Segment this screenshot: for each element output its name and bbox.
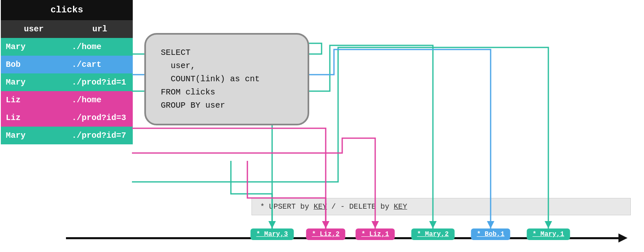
- cell-user: Bob: [1, 56, 67, 73]
- sql-box: SELECT user, COUNT(link) as cnt FROM cli…: [144, 33, 309, 125]
- down-arrow-icon: [371, 221, 379, 228]
- cell-url: ./home: [67, 91, 133, 109]
- header-user: user: [1, 20, 67, 38]
- cell-user: Mary: [1, 38, 67, 56]
- table-body: Mary./homeBob./cartMary./prod?id=1Liz./h…: [1, 38, 133, 144]
- cell-user: Liz: [1, 109, 67, 127]
- clicks-table: clicks user url Mary./homeBob./cartMary.…: [1, 0, 133, 144]
- timeline-token: * Liz,1: [355, 228, 395, 240]
- cell-url: ./cart: [67, 56, 133, 73]
- cell-user: Mary: [1, 127, 67, 144]
- table-row: Mary./prod?id=7: [1, 127, 133, 144]
- table-header-row: user url: [1, 20, 133, 38]
- cell-url: ./prod?id=7: [67, 127, 133, 144]
- timeline-token: * Mary,1: [527, 228, 570, 240]
- down-arrow-icon: [429, 221, 437, 228]
- table-row: Bob./cart: [1, 56, 133, 73]
- cell-user: Liz: [1, 91, 67, 109]
- upsert-text: * UPSERT by KEY / - DELETE by KEY: [260, 203, 407, 211]
- timeline-token: * Mary,3: [251, 228, 294, 240]
- timeline-arrow: [618, 233, 628, 243]
- down-arrow-icon: [268, 221, 276, 228]
- table-title: clicks: [1, 0, 133, 20]
- upsert-bar: * UPSERT by KEY / - DELETE by KEY: [251, 198, 631, 215]
- timeline-token: * Liz,2: [306, 228, 345, 240]
- table-row: Liz./prod?id=3: [1, 109, 133, 127]
- down-arrow-icon: [322, 221, 329, 228]
- table-row: Liz./home: [1, 91, 133, 109]
- table-row: Mary./home: [1, 38, 133, 56]
- down-arrow-icon: [487, 221, 494, 228]
- cell-url: ./home: [67, 38, 133, 56]
- cell-url: ./prod?id=1: [67, 73, 133, 91]
- table-row: Mary./prod?id=1: [1, 73, 133, 91]
- timeline-token: * Bob,1: [471, 228, 510, 240]
- cell-url: ./prod?id=3: [67, 109, 133, 127]
- sql-code: SELECT user, COUNT(link) as cnt FROM cli…: [161, 46, 293, 112]
- down-arrow-icon: [545, 221, 552, 228]
- timeline-token: * Mary,2: [411, 228, 455, 240]
- cell-user: Mary: [1, 73, 67, 91]
- header-url: url: [67, 20, 133, 38]
